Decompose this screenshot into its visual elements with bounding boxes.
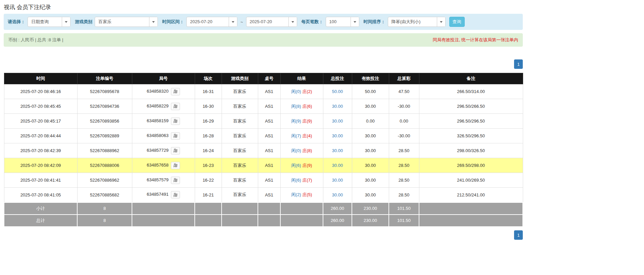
chevron-down-icon[interactable] bbox=[62, 17, 70, 27]
empty-cell bbox=[132, 202, 195, 215]
cell-time: 2025-07-20 08:42:09 bbox=[4, 158, 77, 173]
video-glyph: 🎥 bbox=[173, 119, 178, 123]
cell-total-bet: 30.00 bbox=[323, 173, 352, 188]
caret-glyph bbox=[232, 21, 234, 23]
total-bet-link[interactable]: 50.00 bbox=[332, 89, 343, 94]
cell-round: 634857491🎥 bbox=[132, 188, 195, 202]
cell-note: 296.50/266.50 bbox=[419, 99, 523, 114]
video-glyph: 🎥 bbox=[173, 90, 178, 93]
cell-round: 634858229🎥 bbox=[132, 99, 195, 114]
result-player: 闲(0) bbox=[291, 148, 301, 153]
page-size-select[interactable]: 100 bbox=[326, 17, 359, 27]
video-glyph: 🎥 bbox=[173, 193, 178, 197]
date-from-select[interactable]: 2025-07-20 bbox=[186, 17, 237, 27]
video-glyph: 🎥 bbox=[173, 149, 178, 152]
col-round: 局号 bbox=[132, 73, 195, 84]
total-bet-link[interactable]: 30.00 bbox=[332, 104, 343, 109]
chevron-down-icon[interactable] bbox=[229, 17, 237, 27]
cell-bet-id: 522670893856 bbox=[77, 114, 132, 129]
cell-valid-bet: 30.00 bbox=[352, 99, 389, 114]
total-payout: 101.50 bbox=[389, 215, 419, 227]
cell-session: 16-21 bbox=[195, 188, 222, 202]
cell-game-type: 百家乐 bbox=[222, 158, 258, 173]
result-banker: 庄(9) bbox=[303, 119, 312, 124]
pagination-bottom: 1 bbox=[4, 230, 523, 275]
cell-valid-bet: 30.00 bbox=[352, 188, 389, 202]
cell-payout: -30.00 bbox=[389, 129, 419, 143]
search-button[interactable]: 查询 bbox=[449, 17, 465, 27]
subtotal-total-bet: 260.00 bbox=[323, 202, 352, 215]
video-icon[interactable]: 🎥 bbox=[171, 177, 180, 184]
cell-bet-id: 522670886962 bbox=[77, 173, 132, 188]
page-button-1[interactable]: 1 bbox=[514, 230, 523, 240]
video-icon[interactable]: 🎥 bbox=[171, 132, 180, 140]
empty-cell bbox=[195, 202, 222, 215]
game-type-select[interactable]: 百家乐 bbox=[95, 17, 158, 27]
video-icon[interactable]: 🎥 bbox=[171, 162, 180, 169]
bets-table: 时间 注单编号 局号 场次 游戏类别 桌号 结果 总投注 有效投注 总派彩 备注… bbox=[4, 73, 523, 227]
video-icon[interactable]: 🎥 bbox=[171, 118, 180, 125]
query-type-label: 请选择： bbox=[8, 19, 25, 25]
result-banker: 庄(5) bbox=[303, 192, 312, 197]
round-number: 634858159 bbox=[147, 118, 169, 123]
date-to-value: 2025-07-20 bbox=[246, 17, 288, 27]
video-glyph: 🎥 bbox=[173, 104, 178, 108]
chevron-down-icon[interactable] bbox=[351, 17, 359, 27]
filter-bar: 请选择： 日期查询 游戏类别 百家乐 时间区间： 2025-07-20 ~ 20… bbox=[4, 14, 523, 30]
total-bet-link[interactable]: 30.00 bbox=[332, 163, 343, 168]
table-row: 2025-07-20 08:41:41 522670886962 6348575… bbox=[4, 173, 523, 188]
chevron-down-icon[interactable] bbox=[149, 17, 157, 27]
date-range-tilde: ~ bbox=[240, 19, 244, 25]
col-total-bet: 总投注 bbox=[323, 73, 352, 84]
cell-result: 闲(6)庄(9) bbox=[280, 158, 323, 173]
page-size-label: 每页笔数： bbox=[302, 19, 323, 25]
cell-valid-bet: 30.00 bbox=[352, 158, 389, 173]
cell-round: 634857729🎥 bbox=[132, 143, 195, 158]
date-to-select[interactable]: 2025-07-20 bbox=[246, 17, 297, 27]
cell-total-bet: 30.00 bbox=[323, 129, 352, 143]
chevron-down-icon[interactable] bbox=[437, 17, 445, 27]
empty-cell bbox=[132, 215, 195, 227]
total-bet-link[interactable]: 30.00 bbox=[332, 119, 343, 124]
cell-total-bet: 30.00 bbox=[323, 188, 352, 202]
summary-bar: 币别 : 人民币 | 总共 :8 注单 | 同局有效投注, 统一计算在该局第一张… bbox=[4, 33, 523, 47]
result-banker: 庄(2) bbox=[303, 89, 312, 94]
result-banker: 庄(7) bbox=[303, 178, 312, 183]
total-row: 总计 8 260.00 230.00 101.50 bbox=[4, 215, 523, 227]
result-player: 闲(6) bbox=[291, 163, 301, 168]
result-banker: 庄(6) bbox=[303, 104, 312, 109]
result-banker: 庄(4) bbox=[303, 133, 312, 138]
video-icon[interactable]: 🎥 bbox=[171, 191, 180, 198]
total-bet-link[interactable]: 30.00 bbox=[332, 192, 343, 197]
query-type-select[interactable]: 日期查询 bbox=[28, 17, 71, 27]
cell-note: 212.50/241.00 bbox=[419, 188, 523, 202]
cell-note: 326.50/296.50 bbox=[419, 129, 523, 143]
sort-select[interactable]: 降幂(由大到小) bbox=[388, 17, 446, 27]
subtotal-row: 小计 8 260.00 230.00 101.50 bbox=[4, 202, 523, 215]
total-bet-link[interactable]: 30.00 bbox=[332, 148, 343, 153]
table-row: 2025-07-20 08:42:39 522670888962 6348577… bbox=[4, 143, 523, 158]
page-button-1[interactable]: 1 bbox=[514, 59, 523, 69]
cell-table-no: AS1 bbox=[258, 114, 280, 129]
currency-total-text: 币别 : 人民币 | 总共 :8 注单 | bbox=[8, 37, 63, 43]
cell-table-no: AS1 bbox=[258, 158, 280, 173]
table-body: 2025-07-20 08:46:16 522670895678 6348583… bbox=[4, 84, 523, 202]
cell-table-no: AS1 bbox=[258, 99, 280, 114]
cell-table-no: AS1 bbox=[258, 84, 280, 99]
table-row: 2025-07-20 08:45:17 522670893856 6348581… bbox=[4, 114, 523, 129]
chevron-down-icon[interactable] bbox=[288, 17, 297, 27]
result-player: 闲(6) bbox=[291, 178, 301, 183]
col-bet-id: 注单编号 bbox=[77, 73, 132, 84]
cell-total-bet: 30.00 bbox=[323, 143, 352, 158]
video-icon[interactable]: 🎥 bbox=[171, 103, 180, 110]
total-bet-link[interactable]: 30.00 bbox=[332, 133, 343, 138]
table-row: 2025-07-20 08:46:16 522670895678 6348583… bbox=[4, 84, 523, 99]
video-icon[interactable]: 🎥 bbox=[171, 88, 180, 95]
valid-bet-notice: 同局有效投注, 统一计算在该局第一张注单内 bbox=[433, 37, 518, 43]
cell-time: 2025-07-20 08:46:16 bbox=[4, 84, 77, 99]
game-type-label: 游戏类别 bbox=[75, 19, 92, 25]
video-icon[interactable]: 🎥 bbox=[171, 147, 180, 154]
subtotal-label: 小计 bbox=[4, 202, 77, 215]
cell-bet-id: 522670888962 bbox=[77, 143, 132, 158]
total-bet-link[interactable]: 30.00 bbox=[332, 178, 343, 183]
